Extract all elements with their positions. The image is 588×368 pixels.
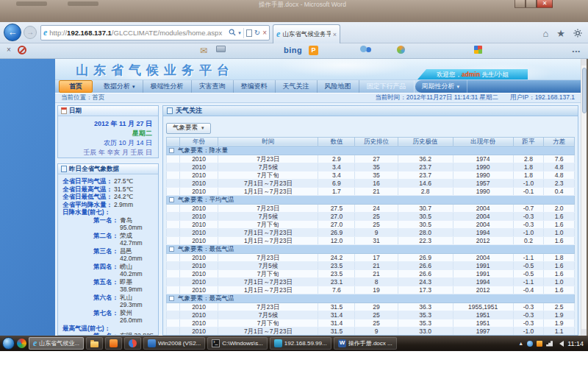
mail-icon[interactable]: ✉: [200, 46, 207, 56]
search-dropdown-icon[interactable]: ▾: [238, 29, 241, 37]
taskbar-button[interactable]: C:\Windows\s...: [207, 337, 268, 350]
bing-logo[interactable]: bing: [284, 46, 302, 54]
cell: 1.6: [544, 220, 575, 228]
volume-icon[interactable]: [556, 341, 564, 347]
cell: 36.2: [398, 155, 453, 163]
element-selector-button[interactable]: 气象要素 ▾: [166, 123, 211, 134]
group-checkbox[interactable]: [169, 148, 174, 153]
cell: 23.7: [398, 171, 453, 179]
calendar-icon: [61, 107, 67, 114]
nav-item[interactable]: 数据分析▾: [96, 80, 143, 93]
table-group-row[interactable]: 气象要素：平均气温: [167, 195, 575, 204]
stat-value: 24.2℃: [114, 193, 133, 201]
addon-grid-icon[interactable]: [474, 46, 482, 54]
address-bar[interactable]: e http://192.168.137.1/GLCCLIMATE/module…: [40, 25, 270, 40]
column-header: 年份: [179, 137, 218, 146]
cell: 26.9: [398, 253, 453, 261]
more-icon[interactable]: •••: [573, 48, 581, 54]
taskbar-button[interactable]: 操作手册.docx ...: [334, 337, 397, 350]
cell: 7月23日: [218, 253, 318, 261]
nav-item[interactable]: 天气关注: [276, 80, 318, 93]
table-group-row[interactable]: 气象要素：降水量: [167, 146, 575, 155]
tray-app-icon[interactable]: [527, 341, 533, 347]
tab-close-icon[interactable]: ×: [333, 31, 337, 38]
cell: 19: [355, 286, 398, 294]
taskbar-button[interactable]: [105, 337, 122, 350]
cell: 1955,1951: [453, 302, 513, 311]
cell: 17: [355, 253, 398, 261]
show-hidden-icons-arrow[interactable]: ▲: [518, 341, 523, 346]
addon-bar-close-icon[interactable]: ×: [7, 46, 11, 54]
divider: [243, 28, 244, 38]
cell: 31.5: [318, 302, 355, 311]
cell: 1.1: [544, 327, 575, 335]
popup-blocked-icon[interactable]: [18, 46, 26, 54]
home-icon[interactable]: ⌂: [542, 29, 548, 39]
rank-value: 青岛 95.0mm: [120, 216, 156, 232]
start-button[interactable]: [2, 337, 15, 350]
minimize-button[interactable]: [514, 0, 526, 8]
cell: 1990: [453, 187, 513, 195]
group-checkbox[interactable]: [169, 296, 174, 301]
tray-alert-icon[interactable]: [537, 341, 542, 347]
taskbar-clock[interactable]: 11:14: [567, 340, 584, 347]
group-checkbox[interactable]: [169, 197, 174, 202]
cell: 1994: [453, 277, 513, 286]
taskbar-button[interactable]: 192.168.59.99...: [270, 337, 331, 350]
nav-item[interactable]: 风险地图: [318, 80, 359, 93]
column-header: 方差: [544, 137, 575, 146]
cell: 2010: [179, 261, 218, 269]
cell: 30.7: [398, 204, 453, 212]
row-lead-cell: [167, 286, 180, 294]
taskbar-button[interactable]: [124, 337, 141, 350]
vertical-scrollbar[interactable]: [581, 59, 587, 336]
url-text[interactable]: http://192.168.137.1/GLCCLIMATE/modules/…: [49, 29, 226, 37]
taskbar-button[interactable]: 山东省气候业...: [29, 337, 84, 350]
nav-item[interactable]: 周期性分析▾: [415, 80, 468, 93]
browser-tab[interactable]: e 山东省气候业务平... ×: [273, 24, 340, 43]
scrollbar-thumb[interactable]: [582, 68, 587, 113]
search-icon[interactable]: [229, 29, 236, 38]
pin-badge-icon[interactable]: P: [309, 46, 318, 55]
lunar-date: 农历 10 月 14 日: [61, 138, 152, 148]
refresh-icon[interactable]: ↻: [254, 29, 260, 37]
main-nav: 首页数据分析▾极端性分析灾害查询整编资料天气关注风险地图固定下行产品周期性分析▾: [59, 80, 467, 93]
network-icon[interactable]: [546, 341, 553, 347]
favorites-star-icon[interactable]: ★: [556, 29, 565, 39]
row-lead-cell: [167, 220, 180, 228]
messenger-icon[interactable]: [360, 46, 367, 52]
nav-item[interactable]: 整编资料: [234, 80, 276, 93]
taskbar-button[interactable]: Win2008 (VS2...: [143, 337, 205, 350]
cell: 7月1日～7月23日: [218, 327, 318, 335]
printer-icon[interactable]: [216, 46, 226, 52]
group-checkbox[interactable]: [169, 247, 174, 252]
nav-item[interactable]: 灾害查询: [192, 80, 234, 93]
back-button[interactable]: ←: [4, 24, 21, 41]
close-button[interactable]: ✕: [537, 0, 553, 8]
nav-item[interactable]: 固定下行产品: [359, 80, 415, 93]
user-ip: 用户IP：192.168.137.1: [510, 93, 575, 102]
cell: 2004: [453, 204, 513, 212]
addon-colorful-icon[interactable]: [397, 46, 405, 54]
nav-item[interactable]: 首页: [59, 80, 93, 93]
table-group-row[interactable]: 气象要素：最低气温: [167, 244, 575, 253]
cell: 2004: [453, 253, 513, 261]
ie-icon: [33, 339, 37, 347]
forward-button[interactable]: →: [24, 26, 37, 39]
maximize-button[interactable]: [526, 0, 537, 8]
folder-icon: [90, 342, 98, 347]
cell: -1.0: [513, 179, 544, 187]
row-lead-cell: [167, 212, 180, 220]
cell: -0.4: [513, 286, 544, 294]
table-group-row[interactable]: 气象要素：最高气温: [167, 294, 575, 302]
taskbar-button[interactable]: [86, 337, 103, 350]
gear-icon[interactable]: [573, 27, 582, 40]
compatibility-view-icon[interactable]: [246, 29, 252, 37]
table-row: 20107月下旬31.42535.31951-0.31.9: [167, 319, 575, 327]
nav-item[interactable]: 极端性分析: [143, 80, 192, 93]
stop-icon[interactable]: ×: [262, 29, 267, 37]
gadget-icon[interactable]: [17, 339, 26, 348]
cell: 31.4: [318, 319, 355, 327]
stat-label: 全省平均降水量：: [62, 201, 114, 209]
cell: 33.0: [398, 327, 453, 335]
